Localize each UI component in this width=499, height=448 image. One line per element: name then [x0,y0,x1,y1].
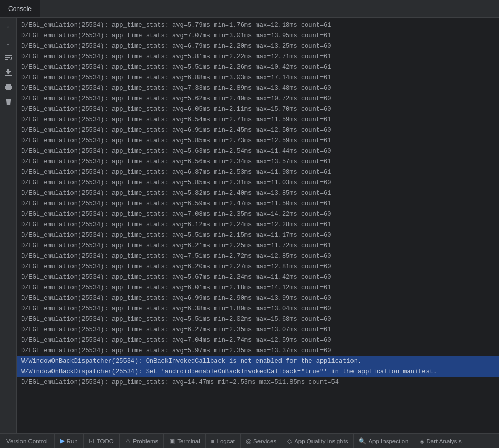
play-icon [60,439,65,444]
log-line[interactable]: D/EGL_emulation(25534): app_time_stats: … [17,41,499,51]
log-text: D/EGL_emulation(25534): app_time_stats: … [21,73,331,82]
log-line[interactable]: D/EGL_emulation(25534): app_time_stats: … [17,335,499,346]
log-line[interactable]: D/EGL_emulation(25534): app_time_stats: … [17,304,499,314]
app-inspection-icon: 🔍 [359,437,366,445]
log-line[interactable]: D/EGL_emulation(25534): app_time_stats: … [17,167,499,178]
log-text: D/EGL_emulation(25534): app_time_stats: … [21,115,331,124]
services-label: Services [253,438,276,444]
log-line[interactable]: D/EGL_emulation(25534): app_time_stats: … [17,125,499,136]
log-text: D/EGL_emulation(25534): app_time_stats: … [21,157,331,166]
terminal-label: Terminal [177,438,200,444]
log-text: D/EGL_emulation(25534): app_time_stats: … [21,252,331,261]
log-line[interactable]: D/EGL_emulation(25534): app_time_stats: … [17,346,499,356]
log-text: D/EGL_emulation(25534): app_time_stats: … [21,84,331,93]
logcat-item[interactable]: ≡ Logcat [206,434,241,448]
log-line[interactable]: D/EGL_emulation(25534): app_time_stats: … [17,220,499,230]
log-text: D/EGL_emulation(25534): app_time_stats: … [21,273,331,282]
log-line[interactable]: D/EGL_emulation(25534): app_time_stats: … [17,251,499,262]
app-quality-insights-icon: ◇ [287,437,292,445]
problems-item[interactable]: ⚠ Problems [120,434,164,448]
app-inspection-label: App Inspection [368,438,408,444]
log-line[interactable]: D/EGL_emulation(25534): app_time_stats: … [17,30,499,41]
log-line[interactable]: D/EGL_emulation(25534): app_time_stats: … [17,136,499,146]
run-button[interactable]: Run [55,434,84,448]
todo-item[interactable]: ☑ TODO [84,434,120,448]
log-line[interactable]: D/EGL_emulation(25534): app_time_stats: … [17,272,499,283]
console-tab[interactable]: Console [0,0,40,17]
log-line[interactable]: D/EGL_emulation(25534): app_time_stats: … [17,230,499,241]
console-output[interactable]: D/EGL_emulation(25534): app_time_stats: … [17,18,499,433]
log-line[interactable]: D/EGL_emulation(25534): app_time_stats: … [17,20,499,30]
version-control-item[interactable]: Version Control [0,434,55,448]
log-line[interactable]: D/EGL_emulation(25534): app_time_stats: … [17,51,499,62]
log-line[interactable]: D/EGL_emulation(25534): app_time_stats: … [17,209,499,220]
log-line[interactable]: D/EGL_emulation(25534): app_time_stats: … [17,293,499,304]
log-text: D/EGL_emulation(25534): app_time_stats: … [21,94,331,103]
app-quality-insights-label: App Quality Insights [294,438,348,444]
log-text: D/EGL_emulation(25534): app_time_stats: … [21,199,331,209]
log-text: D/EGL_emulation(25534): app_time_stats: … [21,105,331,114]
save-icon[interactable] [2,66,15,79]
log-line[interactable]: D/EGL_emulation(25534): app_time_stats: … [17,188,499,199]
log-text: D/EGL_emulation(25534): app_time_stats: … [21,189,331,198]
log-content: D/EGL_emulation(25534): app_time_stats: … [17,18,499,390]
version-control-label: Version Control [6,438,48,444]
log-text: D/EGL_emulation(25534): app_time_stats: … [21,52,331,61]
log-line[interactable]: D/EGL_emulation(25534): app_time_stats: … [17,325,499,335]
scroll-down-icon[interactable]: ↓ [2,37,15,49]
log-text: D/EGL_emulation(25534): app_time_stats: … [21,62,331,72]
dart-analysis-item[interactable]: ◈ Dart Analysis [414,434,467,448]
log-text: D/EGL_emulation(25534): app_time_stats: … [21,262,331,272]
log-line[interactable]: D/EGL_emulation(25534): app_time_stats: … [17,262,499,272]
log-line[interactable]: W/WindowOnBackDispatcher(25534): OnBackI… [17,356,499,367]
log-text: D/EGL_emulation(25534): app_time_stats: … [21,147,331,156]
terminal-icon: ▣ [169,437,175,445]
problems-label: Problems [133,438,159,444]
log-line[interactable]: W/WindowOnBackDispatcher(25534): Set 'an… [17,367,499,377]
log-line[interactable]: D/EGL_emulation(25534): app_time_stats: … [17,93,499,104]
soft-wrap-icon[interactable] [2,51,15,64]
log-text: D/EGL_emulation(25534): app_time_stats: … [21,220,331,230]
log-text: D/EGL_emulation(25534): app_time_stats: … [21,315,331,324]
log-line[interactable]: D/EGL_emulation(25534): app_time_stats: … [17,72,499,83]
log-text: D/EGL_emulation(25534): app_time_stats: … [21,210,331,219]
log-line[interactable]: D/EGL_emulation(25534): app_time_stats: … [17,83,499,93]
todo-icon: ☑ [89,437,95,445]
problems-icon: ⚠ [125,437,131,445]
log-line[interactable]: D/EGL_emulation(25534): app_time_stats: … [17,241,499,251]
services-icon: ◎ [246,437,251,445]
log-text: D/EGL_emulation(25534): app_time_stats: … [21,294,331,303]
log-line[interactable]: D/EGL_emulation(25534): app_time_stats: … [17,114,499,125]
dart-analysis-label: Dart Analysis [427,438,462,444]
log-line[interactable]: D/EGL_emulation(25534): app_time_stats: … [17,62,499,72]
log-text: D/EGL_emulation(25534): app_time_stats: … [21,126,331,135]
log-line[interactable]: D/EGL_emulation(25534): app_time_stats: … [17,178,499,188]
log-line[interactable]: D/EGL_emulation(25534): app_time_stats: … [17,314,499,325]
dart-analysis-icon: ◈ [420,437,424,445]
log-line[interactable]: D/EGL_emulation(25534): app_time_stats: … [17,104,499,114]
logcat-label: Logcat [217,438,235,444]
log-text: D/EGL_emulation(25534): app_time_stats: … [21,346,331,356]
log-text: D/EGL_emulation(25534): app_time_stats: … [21,20,331,30]
svg-rect-0 [5,75,12,76]
log-text: D/EGL_emulation(25534): app_time_stats: … [21,336,331,345]
log-line[interactable]: D/EGL_emulation(25534): app_time_stats: … [17,146,499,157]
log-text: D/EGL_emulation(25534): app_time_stats: … [21,304,331,314]
log-text: D/EGL_emulation(25534): app_time_stats: … [21,241,331,251]
log-line[interactable]: D/EGL_emulation(25534): app_time_stats: … [17,283,499,293]
log-text: W/WindowOnBackDispatcher(25534): OnBackI… [21,357,361,366]
print-icon[interactable] [2,81,15,93]
log-text: D/EGL_emulation(25534): app_time_stats: … [21,283,331,293]
app-inspection-item[interactable]: 🔍 App Inspection [354,434,414,448]
services-item[interactable]: ◎ Services [241,434,282,448]
log-text: D/EGL_emulation(25534): app_time_stats: … [21,41,331,51]
app-quality-insights-item[interactable]: ◇ App Quality Insights [282,434,354,448]
log-line[interactable]: D/EGL_emulation(25534): app_time_stats: … [17,199,499,209]
terminal-item[interactable]: ▣ Terminal [164,434,205,448]
delete-icon[interactable] [2,96,15,108]
log-line[interactable]: D/EGL_emulation(25534): app_time_stats: … [17,157,499,167]
console-tab-label: Console [8,5,32,13]
scroll-up-icon[interactable]: ↑ [2,22,15,35]
log-line[interactable]: D/EGL_emulation(25534): app_time_stats: … [17,377,499,388]
run-label: Run [67,438,78,444]
